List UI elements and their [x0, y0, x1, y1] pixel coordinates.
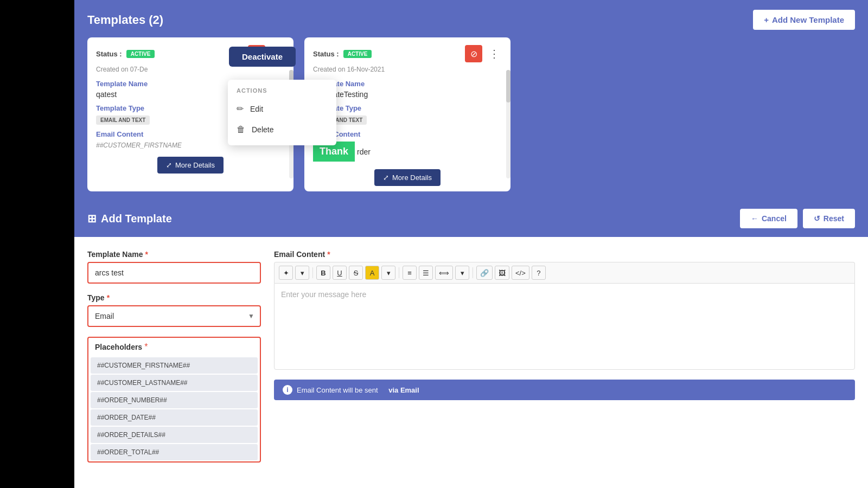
type-badge-1: EMAIL AND TEXT — [96, 115, 150, 125]
toolbar-align-btn[interactable]: ⟺ — [435, 266, 453, 280]
toolbar-ul-btn[interactable]: ≡ — [403, 266, 417, 280]
toolbar-image-btn[interactable]: 🖼 — [495, 266, 509, 280]
cancel-label: Cancel — [762, 214, 787, 223]
page-title: Templates (2) — [87, 13, 163, 27]
reset-icon: ↺ — [814, 214, 820, 223]
toolbar-sep-2 — [399, 267, 399, 278]
toolbar-sep-1 — [312, 267, 313, 278]
toolbar-sep-3 — [473, 267, 473, 278]
email-content-required-star: * — [327, 250, 330, 259]
info-text-normal: Email Content will be sent — [297, 386, 378, 394]
status-badge-1: ACTIVE — [126, 50, 155, 58]
template-name-label: Template Name — [87, 250, 143, 259]
edit-icon: ✏ — [237, 104, 244, 114]
placeholder-item-order-number[interactable]: ##ORDER_NUMBER## — [91, 392, 258, 408]
dropdown-header: ACTIONS — [228, 85, 336, 98]
created-date-2: Created on 16-Nov-2021 — [313, 66, 502, 73]
name-value-2: TemplateTesting — [313, 90, 502, 99]
type-field: Type * Email Text Email and Text ▼ — [87, 293, 261, 327]
delete-menu-item[interactable]: 🗑 Delete — [228, 119, 336, 140]
toolbar-highlight-arrow-btn[interactable]: ▾ — [381, 266, 395, 280]
placeholders-field: Placeholders * ##CUSTOMER_FIRSTNAME## ##… — [87, 337, 261, 463]
deactivate-tooltip: Deactivate — [229, 47, 296, 67]
add-new-template-label: Add New Template — [772, 15, 844, 24]
plus-square-icon: ⊞ — [87, 212, 97, 225]
delete-label: Delete — [252, 125, 273, 134]
expand-icon-1: ⤢ — [166, 161, 172, 169]
type-label-2: Template Type — [313, 104, 502, 112]
scrollbar-2[interactable] — [506, 70, 510, 178]
plus-icon: + — [764, 15, 769, 24]
reset-button[interactable]: ↺ Reset — [803, 209, 855, 228]
toolbar-chevron-btn[interactable]: ▾ — [295, 266, 309, 280]
toolbar-help-btn[interactable]: ? — [532, 266, 546, 280]
placeholders-label: Placeholders — [95, 343, 142, 351]
email-info-bar: i Email Content will be sent via Email — [274, 380, 855, 400]
toolbar-strikethrough-btn[interactable]: S — [349, 266, 363, 280]
add-template-title-text: Add Template — [101, 213, 172, 225]
placeholder-item-order-details[interactable]: ##ORDER_DETAILS## — [91, 427, 258, 443]
email-editor-area[interactable]: Enter your message here — [274, 283, 855, 370]
edit-menu-item[interactable]: ✏ Edit — [228, 98, 336, 119]
toolbar-underline-btn[interactable]: U — [333, 266, 347, 280]
type-label: Type — [87, 293, 105, 302]
email-content-label-2: Email Content — [313, 130, 502, 138]
placeholder-item-firstname[interactable]: ##CUSTOMER_FIRSTNAME## — [91, 357, 258, 374]
placeholder-item-lastname[interactable]: ##CUSTOMER_LASTNAME## — [91, 375, 258, 391]
deactivate-button-2[interactable]: ⊘ — [465, 45, 482, 62]
status-badge-2: ACTIVE — [343, 50, 372, 58]
status-label-1: Status : — [96, 50, 122, 58]
add-new-template-button[interactable]: + Add New Template — [753, 10, 855, 30]
toolbar-highlight-btn[interactable]: A — [365, 266, 379, 280]
placeholders-required-star: * — [144, 342, 148, 352]
name-label-2: Template Name — [313, 80, 502, 88]
created-date-1: Created on 07-De — [96, 66, 285, 73]
type-select[interactable]: Email Text Email and Text — [87, 305, 261, 327]
placeholder-item-order-date[interactable]: ##ORDER_DATE## — [91, 409, 258, 426]
toolbar-link-btn[interactable]: 🔗 — [476, 266, 493, 280]
status-label-2: Status : — [313, 50, 339, 58]
editor-toolbar: ✦ ▾ B U S A ▾ ≡ ☰ ⟺ ▾ 🔗 — [274, 262, 855, 283]
expand-icon-2: ⤢ — [383, 174, 389, 182]
cancel-button[interactable]: ← Cancel — [740, 209, 797, 228]
info-icon: i — [283, 385, 292, 395]
email-content-label: Email Content — [274, 250, 325, 259]
cancel-arrow-icon: ← — [751, 214, 758, 223]
type-required-star: * — [107, 293, 110, 302]
add-template-section: ⊞ Add Template ← Cancel ↺ Reset — [74, 200, 868, 488]
toolbar-ol-btn[interactable]: ☰ — [419, 266, 433, 280]
email-content-field: Email Content * ✦ ▾ B U S A ▾ ≡ — [274, 250, 855, 370]
reset-label: Reset — [824, 214, 844, 223]
name-required-star: * — [145, 250, 148, 259]
actions-dropdown: ACTIONS ✏ Edit 🗑 Delete — [228, 80, 336, 145]
toolbar-align-arrow-btn[interactable]: ▾ — [455, 266, 469, 280]
toolbar-code-btn[interactable]: </> — [512, 266, 529, 280]
info-text-bold: via Email — [388, 386, 419, 394]
add-template-title: ⊞ Add Template — [87, 212, 172, 225]
more-options-button-2[interactable]: ⋮ — [487, 47, 502, 60]
more-details-label-1: More Details — [175, 161, 215, 169]
more-details-button-2[interactable]: ⤢ More Details — [374, 169, 441, 186]
toolbar-magic-btn[interactable]: ✦ — [279, 266, 293, 280]
placeholder-item-order-total[interactable]: ##ORDER_TOTAL## — [91, 444, 258, 460]
email-content-more-text: rder — [357, 147, 371, 156]
template-name-field: Template Name * — [87, 250, 261, 284]
more-details-label-2: More Details — [392, 174, 432, 182]
more-details-button-1[interactable]: ⤢ More Details — [157, 157, 224, 174]
edit-label: Edit — [250, 105, 263, 113]
delete-icon: 🗑 — [237, 125, 245, 134]
template-name-input[interactable] — [87, 262, 261, 284]
toolbar-bold-btn[interactable]: B — [316, 266, 330, 280]
editor-placeholder: Enter your message here — [281, 290, 366, 299]
